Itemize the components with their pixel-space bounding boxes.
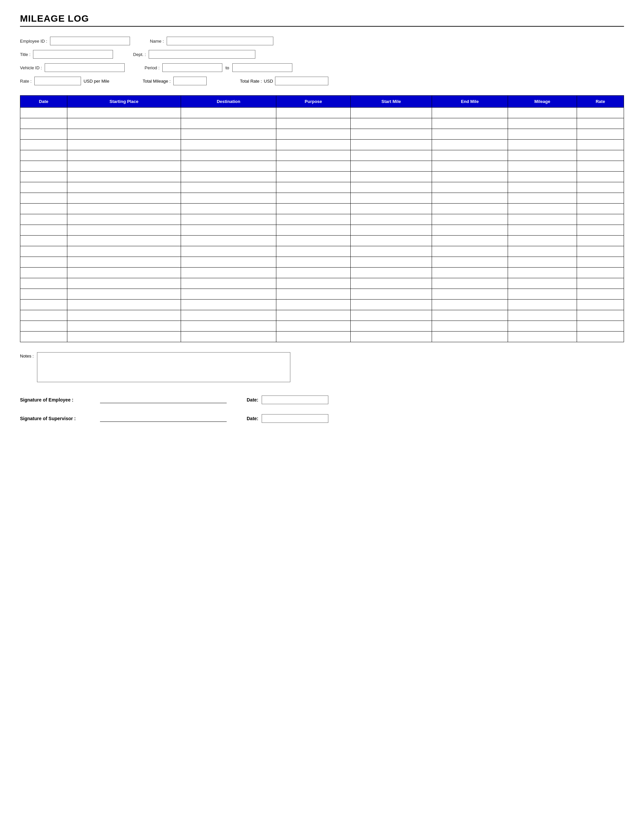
table-row [20,257,624,268]
supervisor-signature-row: Signature of Supervisor : Date: [20,414,624,423]
table-cell [20,310,67,321]
table-cell [432,161,508,172]
table-cell [508,268,577,278]
table-cell [432,204,508,214]
table-row [20,193,624,204]
employee-id-group: Employee ID : [20,37,130,45]
table-cell [20,236,67,246]
total-rate-label: Total Rate : [240,79,262,84]
table-cell [350,214,432,225]
total-mileage-input[interactable] [173,77,207,85]
table-cell [508,225,577,236]
table-cell [508,257,577,268]
table-cell [20,108,67,118]
table-cell [350,150,432,161]
title-divider [20,26,624,27]
table-cell [577,236,624,246]
vehicle-id-input[interactable] [45,63,125,72]
table-cell [508,140,577,150]
table-cell [20,150,67,161]
period-from-input[interactable] [162,63,222,72]
table-cell [181,108,276,118]
table-cell [181,268,276,278]
table-cell [577,129,624,140]
table-cell [67,129,181,140]
table-cell [276,172,350,182]
period-to-input[interactable] [232,63,292,72]
table-cell [276,118,350,129]
table-cell [577,268,624,278]
table-cell [577,182,624,193]
supervisor-date-input[interactable] [262,414,328,423]
employee-date-input[interactable] [262,396,328,404]
name-input[interactable] [167,37,273,45]
employee-id-input[interactable] [50,37,130,45]
table-cell [67,182,181,193]
table-cell [350,193,432,204]
table-cell [432,172,508,182]
table-cell [577,278,624,289]
table-cell [20,118,67,129]
table-cell [20,331,67,342]
table-cell [350,129,432,140]
table-row [20,236,624,246]
table-cell [508,310,577,321]
table-cell [181,204,276,214]
table-cell [276,289,350,299]
table-cell [432,118,508,129]
table-cell [276,321,350,331]
table-cell [350,161,432,172]
employee-signature-line [100,397,227,403]
table-cell [276,193,350,204]
rate-label: Rate : [20,79,32,84]
table-cell [577,246,624,257]
table-cell [508,182,577,193]
table-row [20,140,624,150]
dept-input[interactable] [149,50,255,59]
usd-label: USD [264,79,273,84]
form-row-4: Rate : USD per Mile Total Mileage : Tota… [20,77,624,85]
table-cell [67,161,181,172]
table-cell [67,321,181,331]
dept-group: Dept. : [133,50,255,59]
table-cell [577,331,624,342]
table-cell [508,331,577,342]
period-to-label: to [225,65,229,70]
notes-label: Notes : [20,354,34,359]
col-starting-place: Starting Place [67,96,181,108]
table-row [20,214,624,225]
table-cell [181,246,276,257]
col-start-mile: Start Mile [350,96,432,108]
title-input[interactable] [33,50,113,59]
table-cell [276,140,350,150]
table-cell [432,193,508,204]
form-row-1: Employee ID : Name : [20,37,624,45]
col-rate: Rate [577,96,624,108]
table-cell [577,172,624,182]
table-cell [508,214,577,225]
total-rate-input[interactable] [275,77,328,85]
table-cell [20,172,67,182]
table-cell [350,331,432,342]
table-row [20,172,624,182]
table-cell [20,278,67,289]
table-row [20,182,624,193]
title-group: Title : [20,50,113,59]
table-row [20,299,624,310]
title-label: Title : [20,52,31,57]
form-row-2: Title : Dept. : [20,50,624,59]
usd-per-mile-label: USD per Mile [84,79,109,84]
table-cell [67,310,181,321]
table-cell [67,289,181,299]
table-cell [577,225,624,236]
notes-textarea[interactable] [37,352,290,382]
table-cell [350,321,432,331]
table-cell [20,268,67,278]
form-row-3: Vehicle ID : Period : to [20,63,624,72]
rate-input[interactable] [34,77,81,85]
table-cell [181,225,276,236]
mileage-table: Date Starting Place Destination Purpose … [20,95,624,342]
table-row [20,108,624,118]
table-cell [276,204,350,214]
table-cell [508,278,577,289]
